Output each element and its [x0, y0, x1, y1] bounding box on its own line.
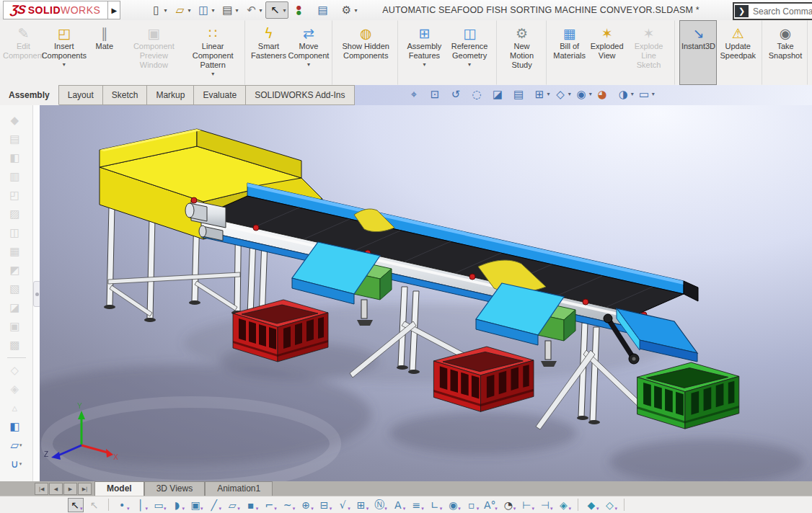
tab-model[interactable]: Model [94, 481, 144, 496]
note-text-button[interactable]: A▾ [392, 499, 406, 512]
insert-components-button[interactable]: ◰ Insert Components ▾ [43, 20, 86, 85]
tab-solidworks-add-ins[interactable]: SOLIDWORKS Add-Ins [246, 85, 354, 105]
smart-fasteners-icon: ϟ [264, 24, 273, 42]
triad-y-label: Y [77, 402, 82, 410]
zoom-to-area-button[interactable]: ⊡▾ [428, 86, 446, 102]
appearance-cube-button[interactable]: ◈▾ [557, 499, 571, 512]
open-document-button[interactable]: ▱▾ [170, 1, 193, 19]
appearance-gem-1-button[interactable]: ◆▾ [585, 499, 599, 512]
display-style-button[interactable]: ◉▾ [574, 86, 592, 102]
first-tab-button[interactable]: |◀ [35, 483, 48, 495]
document-tabs: Model3D ViewsAnimation1 [94, 481, 273, 496]
sketch-rectangle-button[interactable]: ▭▾ [152, 499, 167, 512]
new-motion-study-button[interactable]: ⚙ New Motion Study ▾ [501, 20, 547, 85]
zoom-note-button[interactable]: Ⓝ▾ [373, 499, 387, 512]
surface-blob-button[interactable]: ◗▾ [171, 499, 185, 512]
smart-fasteners-button[interactable]: ϟ Smart Fasteners ▾ [250, 20, 288, 85]
note-angle-button[interactable]: A°▾ [483, 499, 498, 512]
curve-button[interactable]: ∪▾ [6, 455, 27, 473]
separator [108, 499, 109, 511]
edit-appearance-button[interactable]: ◕▾ [595, 86, 613, 102]
undo-button[interactable]: ↶▾ [242, 1, 264, 19]
move-component-button[interactable]: ⇄ Move Component ▾ [288, 20, 333, 85]
dimension-table-button[interactable]: ⊞▾ [355, 499, 369, 512]
apply-scene-button[interactable]: ◑▾ [616, 86, 634, 102]
trim-entities-button[interactable]: ▫▾ [465, 499, 480, 512]
dynamic-annotation-views-button[interactable]: ▤▾ [511, 86, 529, 102]
file-properties-button[interactable]: ▤▾ [314, 1, 336, 19]
orientation-cube-icon: ◧ [9, 420, 19, 433]
instant3d-button[interactable]: ↘ Instant3D ▾ [679, 20, 717, 85]
spline-handle-button[interactable]: ~▾ [281, 499, 296, 512]
options-gear-button[interactable]: ⚙▾ [337, 1, 360, 19]
assembly-tool-12-button: ▣▾ [6, 317, 27, 336]
search-input[interactable]: ❯ Search Commands [733, 2, 812, 20]
pie-section-button[interactable]: ◔▾ [502, 499, 516, 512]
command-tab-row: AssemblyLayoutSketchMarkupEvaluateSOLIDW… [0, 85, 812, 105]
tab-3d-views[interactable]: 3D Views [144, 481, 205, 496]
prev-tab-button[interactable]: ◀ [49, 483, 63, 495]
mate-button[interactable]: ∥ Mate ▾ [86, 20, 123, 85]
solid-cube-button[interactable]: ▣▾ [189, 499, 203, 512]
weld-bead-button[interactable]: ≡▾ [410, 499, 424, 512]
toolbar-expander-button[interactable]: ▶ [108, 1, 120, 19]
view-settings-button[interactable]: ▭▾ [637, 86, 655, 102]
tab-evaluate[interactable]: Evaluate [194, 85, 246, 105]
section-view-button[interactable]: ◪▾ [490, 86, 508, 102]
assembly-tool-3-icon: ◧ [9, 151, 19, 164]
next-tab-button[interactable]: ▶ [63, 483, 77, 495]
assembly-tool-12-icon: ▣ [9, 320, 19, 333]
apply-scene-icon: ◑ [616, 86, 631, 102]
exploded-view-button[interactable]: ✶ Exploded View ▾ [588, 20, 626, 85]
rebuild-traffic-light-button[interactable]: ▾ [290, 1, 312, 19]
balloon-button[interactable]: ◉▾ [446, 499, 461, 512]
tab-animation1[interactable]: Animation1 [205, 481, 273, 496]
tab-assembly[interactable]: Assembly [0, 85, 59, 105]
node-connector-1-button[interactable]: ⊢▾ [520, 499, 534, 512]
update-speedpak-button[interactable]: ⚠ Update Speedpak ▾ [717, 20, 762, 85]
hide-show-items-icon: ⊞ [532, 86, 547, 102]
last-tab-button[interactable]: ▶| [78, 483, 92, 495]
reference-geometry-button[interactable]: ◫ Reference Geometry ▾ [446, 20, 497, 85]
view-orientation-icon: ◇ [553, 86, 568, 102]
new-document-button[interactable]: ▯▾ [146, 1, 169, 19]
view-settings-icon: ▭ [637, 86, 652, 102]
command-tabs: AssemblyLayoutSketchMarkupEvaluateSOLIDW… [0, 85, 355, 105]
reference-plane-button[interactable]: ▱▾ [226, 499, 240, 512]
graphics-area[interactable]: Y X Z [40, 105, 812, 481]
zoom-to-selection-button[interactable]: ◌▾ [469, 86, 487, 102]
hide-show-items-button[interactable]: ⊞▾ [532, 86, 550, 102]
print-button[interactable]: ▤▾ [218, 1, 240, 19]
take-snapshot-button[interactable]: ◉ Take Snapshot ▾ [767, 20, 808, 85]
first-tab-icon: |◀ [39, 486, 45, 492]
select-secondary-button[interactable]: ↖▾ [88, 499, 102, 512]
previous-view-button[interactable]: ↺▾ [449, 86, 467, 102]
assembly-features-button[interactable]: ⊞ Assembly Features ▾ [402, 20, 446, 85]
sketch-line-button[interactable]: │▾ [134, 499, 149, 512]
centerpoint-circle-button[interactable]: ⊕▾ [299, 499, 314, 512]
assembly-tool-4-button: ▥▾ [6, 167, 27, 186]
linear-component-pattern-button[interactable]: ∷ Linear Component Pattern ▾ [185, 20, 245, 85]
tab-markup[interactable]: Markup [147, 85, 194, 105]
orientation-cube-button[interactable]: ◧▾ [6, 417, 27, 436]
quick-access-toolbar: ▯▾▱▾◫▾▤▾↶▾↖▾▾▤▾⚙▾ [146, 1, 359, 19]
select-tool-button[interactable]: ↖▾ [265, 1, 288, 19]
sketch-point-button[interactable]: •▾ [115, 499, 130, 512]
corner-rectangle-button[interactable]: ⌐▾ [262, 499, 277, 512]
zoom-to-fit-button[interactable]: ⌖▾ [407, 86, 425, 102]
appearance-gem-2-button[interactable]: ◇▾ [603, 499, 617, 512]
reference-plane-button[interactable]: ▱▾ [6, 436, 27, 455]
tab-layout[interactable]: Layout [59, 85, 103, 105]
bill-of-materials-button[interactable]: ▦ Bill of Materials ▾ [551, 20, 588, 85]
sketch-square-button[interactable]: ▪▾ [244, 499, 259, 512]
angle-dimension-button[interactable]: ∟▾ [428, 499, 443, 512]
node-connector-2-button[interactable]: ⊣▾ [539, 499, 553, 512]
show-hidden-components-button[interactable]: ◍ Show Hidden Components ▾ [337, 20, 398, 85]
view-orientation-button[interactable]: ◇▾ [553, 86, 571, 102]
select-button[interactable]: ↖▾ [68, 498, 84, 512]
equation-check-button[interactable]: √▾ [336, 499, 350, 512]
tab-sketch[interactable]: Sketch [103, 85, 148, 105]
section-line-button[interactable]: ⊟▾ [318, 499, 332, 512]
save-button[interactable]: ◫▾ [194, 1, 216, 19]
construction-line-button[interactable]: ╱▾ [208, 499, 222, 512]
